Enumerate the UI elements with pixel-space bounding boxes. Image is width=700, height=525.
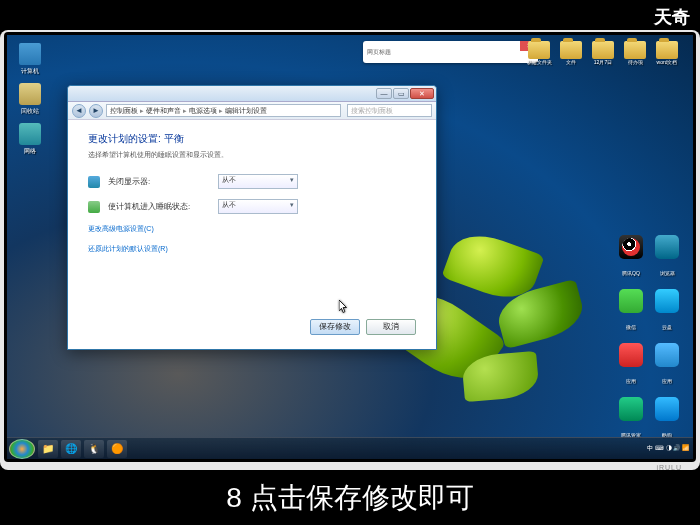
system-tray[interactable]: 中 ⌨ ◑ 🔊 📶 bbox=[647, 444, 689, 453]
app-generic[interactable]: 应用 bbox=[617, 343, 645, 387]
folder-icon[interactable]: 12月7日 bbox=[589, 41, 617, 65]
taskbar-pin[interactable]: 📁 bbox=[38, 440, 58, 458]
close-button[interactable]: ✕ bbox=[410, 88, 434, 99]
page-title: 更改计划的设置: 平衡 bbox=[88, 132, 416, 146]
taskbar-pin[interactable]: 🐧 bbox=[84, 440, 104, 458]
search-input[interactable]: 搜索控制面板 bbox=[347, 104, 432, 117]
save-button[interactable]: 保存修改 bbox=[310, 319, 360, 335]
app-cloud[interactable]: 云盘 bbox=[653, 289, 681, 333]
folder-icon[interactable]: 文件 bbox=[557, 41, 585, 65]
folder-icon[interactable]: 新建文件夹 bbox=[525, 41, 553, 65]
titlebar[interactable]: — ▭ ✕ bbox=[68, 86, 436, 102]
cancel-button[interactable]: 取消 bbox=[366, 319, 416, 335]
sleep-icon bbox=[88, 201, 100, 213]
display-icon bbox=[88, 176, 100, 188]
desktop-icon-recycle[interactable]: 回收站 bbox=[15, 83, 45, 116]
desktop-icon-computer[interactable]: 计算机 bbox=[15, 43, 45, 76]
app-generic[interactable]: 应用 bbox=[653, 343, 681, 387]
desktop-apps-right: 腾讯QQ 浏览器 微信 云盘 应用 应用 腾讯管家 酷狗 bbox=[617, 235, 681, 441]
browser-mini[interactable]: 网页标题 × bbox=[363, 41, 538, 63]
app-qq[interactable]: 腾讯QQ bbox=[617, 235, 645, 279]
folder-icon[interactable]: word文档 bbox=[653, 41, 681, 65]
video-subtitle: 8 点击保存修改即可 bbox=[226, 479, 473, 517]
folder-icon[interactable]: 待办项 bbox=[621, 41, 649, 65]
app-wechat[interactable]: 微信 bbox=[617, 289, 645, 333]
setting-label: 关闭显示器: bbox=[108, 176, 218, 187]
start-button[interactable] bbox=[9, 439, 35, 459]
app-browser[interactable]: 浏览器 bbox=[653, 235, 681, 279]
desktop[interactable]: 计算机 回收站 网络 网页标题 × 新建文件夹 文件 12月7日 待办项 wor… bbox=[7, 35, 693, 459]
advanced-settings-link[interactable]: 更改高级电源设置(C) bbox=[88, 224, 416, 234]
app-kugou[interactable]: 酷狗 bbox=[653, 397, 681, 441]
forward-button[interactable]: ► bbox=[89, 104, 103, 118]
desktop-icon-network[interactable]: 网络 bbox=[15, 123, 45, 156]
restore-defaults-link[interactable]: 还原此计划的默认设置(R) bbox=[88, 244, 416, 254]
setting-label: 使计算机进入睡眠状态: bbox=[108, 201, 218, 212]
app-tencentmgr[interactable]: 腾讯管家 bbox=[617, 397, 645, 441]
taskbar-pin[interactable]: 🌐 bbox=[61, 440, 81, 458]
monitor-frame: 计算机 回收站 网络 网页标题 × 新建文件夹 文件 12月7日 待办项 wor… bbox=[0, 30, 700, 470]
desktop-folders-row: 新建文件夹 文件 12月7日 待办项 word文档 bbox=[525, 41, 681, 65]
taskbar-pin[interactable]: 🟠 bbox=[107, 440, 127, 458]
maximize-button[interactable]: ▭ bbox=[393, 88, 409, 99]
sleep-timeout-select[interactable]: 从不 bbox=[218, 199, 298, 214]
minimize-button[interactable]: — bbox=[376, 88, 392, 99]
page-subtitle: 选择希望计算机使用的睡眠设置和显示设置。 bbox=[88, 150, 416, 160]
display-timeout-select[interactable]: 从不 bbox=[218, 174, 298, 189]
breadcrumb[interactable]: 控制面板▸ 硬件和声音▸ 电源选项▸ 编辑计划设置 bbox=[106, 104, 341, 117]
taskbar: 📁 🌐 🐧 🟠 中 ⌨ ◑ 🔊 📶 bbox=[7, 437, 693, 459]
back-button[interactable]: ◄ bbox=[72, 104, 86, 118]
control-panel-window: — ▭ ✕ ◄ ► 控制面板▸ 硬件和声音▸ 电源选项▸ 编辑计划设置 搜索控制… bbox=[67, 85, 437, 350]
watermark: 天奇 bbox=[654, 5, 690, 29]
nav-bar: ◄ ► 控制面板▸ 硬件和声音▸ 电源选项▸ 编辑计划设置 搜索控制面板 bbox=[68, 102, 436, 120]
